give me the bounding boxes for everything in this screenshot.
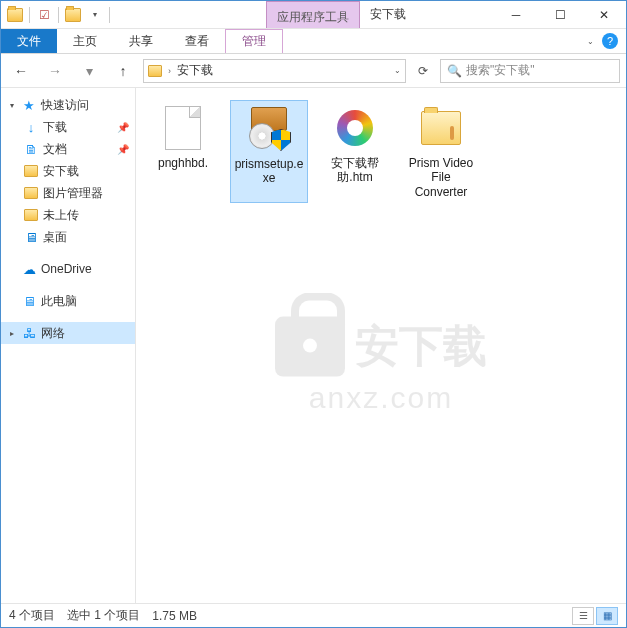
sidebar-item-documents[interactable]: 🗎 文档 📌	[1, 138, 135, 160]
status-size: 1.75 MB	[152, 609, 197, 623]
folder-icon	[23, 163, 39, 179]
quick-access-toolbar: ☑ ▾	[1, 5, 116, 25]
folder-icon	[148, 65, 162, 77]
divider	[29, 7, 30, 23]
sidebar-item-label: 安下载	[43, 163, 79, 180]
file-label: pnghhbd.	[158, 156, 208, 170]
address-bar[interactable]: › 安下载 ⌄	[143, 59, 406, 83]
tab-home[interactable]: 主页	[57, 29, 113, 53]
file-item[interactable]: 安下载帮助.htm	[316, 100, 394, 203]
status-bar: 4 个项目 选中 1 个项目 1.75 MB ☰ ▦	[1, 603, 626, 627]
divider	[109, 7, 110, 23]
sidebar-item-onedrive[interactable]: ☁ OneDrive	[1, 258, 135, 280]
properties-icon[interactable]: ☑	[34, 5, 54, 25]
tab-manage[interactable]: 管理	[225, 29, 283, 53]
sidebar-item-downloads[interactable]: ↓ 下载 📌	[1, 116, 135, 138]
sidebar-item-quick-access[interactable]: ▾ ★ 快速访问	[1, 94, 135, 116]
ribbon: 文件 主页 共享 查看 管理 ⌄ ?	[1, 29, 626, 54]
watermark-text: 安下载	[355, 317, 487, 376]
search-icon: 🔍	[447, 64, 462, 78]
ribbon-expand-icon[interactable]: ⌄	[587, 37, 594, 46]
download-icon: ↓	[23, 119, 39, 135]
sidebar-item-label: 此电脑	[41, 293, 77, 310]
chevron-right-icon[interactable]: ›	[168, 66, 171, 76]
document-icon: 🗎	[23, 141, 39, 157]
sidebar-item-thispc[interactable]: 🖥 此电脑	[1, 290, 135, 312]
window-controls: ─ ☐ ✕	[494, 1, 626, 29]
network-icon: 🖧	[21, 325, 37, 341]
tab-view[interactable]: 查看	[169, 29, 225, 53]
help-icon[interactable]: ?	[602, 33, 618, 49]
star-icon: ★	[21, 97, 37, 113]
file-item[interactable]: prismsetup.exe	[230, 100, 308, 203]
document-icon	[159, 104, 207, 152]
sidebar-item-picmgr[interactable]: 图片管理器	[1, 182, 135, 204]
status-selected: 选中 1 个项目	[67, 607, 140, 624]
sidebar-item-unupload[interactable]: 未上传	[1, 204, 135, 226]
search-placeholder: 搜索"安下载"	[466, 62, 535, 79]
sidebar-item-label: OneDrive	[41, 262, 92, 276]
folder-icon	[23, 185, 39, 201]
sidebar-item-label: 图片管理器	[43, 185, 103, 202]
sidebar-item-label: 网络	[41, 325, 65, 342]
sidebar-item-anxiazai[interactable]: 安下载	[1, 160, 135, 182]
forward-button[interactable]: →	[41, 59, 69, 83]
sidebar-item-desktop[interactable]: 🖥 桌面	[1, 226, 135, 248]
divider	[58, 7, 59, 23]
tab-file[interactable]: 文件	[1, 29, 57, 53]
sidebar-item-label: 下载	[43, 119, 67, 136]
contextual-tab-label: 应用程序工具	[266, 1, 360, 28]
details-view-button[interactable]: ☰	[572, 607, 594, 625]
close-button[interactable]: ✕	[582, 1, 626, 29]
icons-view-button[interactable]: ▦	[596, 607, 618, 625]
contextual-tabs: 应用程序工具	[266, 1, 360, 28]
refresh-button[interactable]: ⟳	[412, 60, 434, 82]
nav-toolbar: ← → ▾ ↑ › 安下载 ⌄ ⟳ 🔍 搜索"安下载"	[1, 54, 626, 88]
file-pane[interactable]: pnghhbd. prismsetup.exe 安下载帮助.htm Prism …	[136, 88, 626, 603]
cloud-icon: ☁	[21, 261, 37, 277]
sidebar-item-label: 桌面	[43, 229, 67, 246]
titlebar: ☑ ▾ 应用程序工具 安下载 ─ ☐ ✕	[1, 1, 626, 29]
desktop-icon: 🖥	[23, 229, 39, 245]
sidebar-item-label: 未上传	[43, 207, 79, 224]
installer-icon	[245, 105, 293, 153]
folder-icon	[417, 104, 465, 152]
pin-icon: 📌	[117, 144, 129, 155]
file-label: Prism Video File Converter	[404, 156, 478, 199]
watermark: 安下载 anxz.com	[275, 316, 487, 414]
minimize-button[interactable]: ─	[494, 1, 538, 29]
sidebar-item-label: 文档	[43, 141, 67, 158]
html-icon	[331, 104, 379, 152]
file-item[interactable]: pnghhbd.	[144, 100, 222, 203]
breadcrumb[interactable]: 安下载	[177, 62, 213, 79]
sidebar-item-network[interactable]: ▸ 🖧 网络	[1, 322, 135, 344]
pin-icon: 📌	[117, 122, 129, 133]
status-item-count: 4 个项目	[9, 607, 55, 624]
file-item[interactable]: Prism Video File Converter	[402, 100, 480, 203]
maximize-button[interactable]: ☐	[538, 1, 582, 29]
pc-icon: 🖥	[21, 293, 37, 309]
folder-icon	[23, 207, 39, 223]
qat-dropdown-icon[interactable]: ▾	[85, 5, 105, 25]
lock-icon	[275, 316, 345, 376]
history-dropdown-icon[interactable]: ▾	[75, 59, 103, 83]
window-title: 安下载	[370, 6, 406, 23]
back-button[interactable]: ←	[7, 59, 35, 83]
up-button[interactable]: ↑	[109, 59, 137, 83]
file-label: 安下载帮助.htm	[318, 156, 392, 185]
tab-share[interactable]: 共享	[113, 29, 169, 53]
search-input[interactable]: 🔍 搜索"安下载"	[440, 59, 620, 83]
navigation-pane[interactable]: ▾ ★ 快速访问 ↓ 下载 📌 🗎 文档 📌 安下载 图片管理器 未上传 🖥	[1, 88, 136, 603]
chevron-right-icon[interactable]: ▸	[7, 329, 17, 338]
address-dropdown-icon[interactable]: ⌄	[394, 66, 401, 75]
sidebar-item-label: 快速访问	[41, 97, 89, 114]
body: ▾ ★ 快速访问 ↓ 下载 📌 🗎 文档 📌 安下载 图片管理器 未上传 🖥	[1, 88, 626, 603]
folder-icon[interactable]	[63, 5, 83, 25]
chevron-down-icon[interactable]: ▾	[7, 101, 17, 110]
folder-icon[interactable]	[5, 5, 25, 25]
file-label: prismsetup.exe	[233, 157, 305, 186]
watermark-url: anxz.com	[309, 380, 453, 414]
